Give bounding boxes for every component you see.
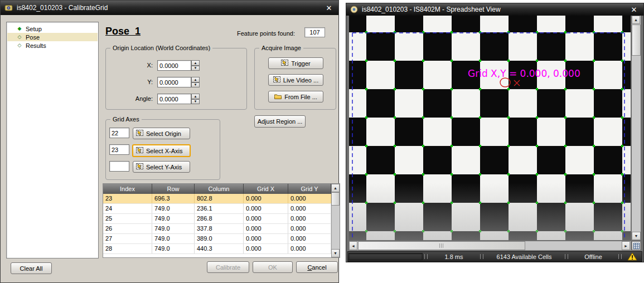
tree-item-results[interactable]: ◇ Results — [7, 41, 98, 50]
status-available-cells: 6143 Available Cells — [485, 252, 564, 261]
scroll-up-button[interactable]: ▲ — [331, 184, 340, 192]
spreadsheet-icon — [633, 243, 640, 249]
spreadsheet-toggle-button[interactable] — [632, 241, 641, 250]
button-label: Adjust Region ... — [258, 118, 303, 125]
up-arrow-icon: ▲ — [194, 95, 197, 98]
page-title: Pose 1 — [105, 26, 141, 37]
angle-input[interactable] — [157, 94, 191, 104]
button-label: Trigger — [291, 60, 310, 67]
origin-index-field[interactable] — [109, 128, 129, 138]
cell-grid-x: 0.000 — [244, 204, 288, 213]
down-arrow-icon: ▼ — [194, 66, 197, 70]
up-arrow-icon: ▲ — [194, 78, 197, 81]
scroll-down-button[interactable]: ▼ — [632, 232, 641, 240]
table-scrollbar[interactable]: ▲ ▼ — [331, 184, 340, 257]
table-row[interactable]: 27 749.0 389.0 0.000 0.000 — [103, 234, 340, 244]
cell-grid-x: 0.000 — [244, 244, 288, 253]
angle-spinner-down-button[interactable]: ▼ — [191, 99, 200, 105]
button-label: Live Video ... — [283, 77, 318, 84]
scroll-up-button[interactable]: ▲ — [632, 16, 640, 24]
x-spinner-down-button[interactable]: ▼ — [191, 66, 200, 71]
vertical-scrollbar[interactable]: ▲ ▼ — [632, 16, 641, 240]
ok-button: OK — [253, 261, 293, 273]
grid-axes-group: Grid Axes Select Origin Select X-Axis — [105, 119, 220, 180]
column-header-grid-x: Grid X — [244, 184, 288, 194]
select-origin-button[interactable]: Select Origin — [133, 128, 190, 139]
table-row[interactable]: 26 749.0 337.8 0.000 0.000 — [103, 224, 340, 234]
y-input[interactable] — [157, 77, 191, 87]
y-spinner-down-button[interactable]: ▼ — [191, 82, 200, 88]
cancel-button[interactable]: Cancel — [296, 261, 338, 273]
left-arrow-icon: ◄ — [351, 244, 355, 248]
button-label: Calibrate — [216, 264, 240, 271]
cell-grid-x: 0.000 — [244, 194, 288, 203]
close-button[interactable]: ✕ — [628, 6, 640, 14]
scrollbar-thumb[interactable] — [331, 192, 340, 206]
right-arrow-icon: ► — [624, 244, 628, 248]
trigger-button[interactable]: Trigger — [268, 57, 323, 69]
cell-index: 25 — [103, 214, 152, 223]
x-axis-index-field[interactable] — [109, 144, 129, 155]
cell-column: 389.0 — [195, 234, 244, 243]
pointer-grid-icon — [136, 130, 143, 137]
scroll-down-button[interactable]: ▼ — [331, 249, 340, 257]
tree-item-pose[interactable]: ◇ Pose — [7, 33, 98, 41]
up-arrow-icon: ▲ — [194, 61, 197, 65]
tree-item-setup[interactable]: ◆ Setup — [7, 25, 98, 33]
table-row[interactable]: 25 749.0 286.8 0.000 0.000 — [103, 214, 340, 224]
app-icon[interactable] — [350, 6, 358, 13]
cell-column: 440.3 — [195, 244, 244, 253]
cell-row: 749.0 — [152, 214, 195, 223]
desktop: is8402_010203 - CalibrateGrid ✕ ◆ Setup … — [0, 0, 644, 283]
image-display[interactable]: Grid X,Y = 0.000, 0.000 — [349, 16, 631, 240]
scrollbar-thumb[interactable] — [358, 241, 525, 250]
calibrate-grid-window: is8402_010203 - CalibrateGrid ✕ ◆ Setup … — [0, 0, 339, 283]
scroll-left-button[interactable]: ◄ — [349, 241, 357, 250]
camera-icon — [281, 60, 288, 67]
status-acquisition-time: 1.8 ms — [429, 252, 479, 261]
scrollbar-thumb[interactable] — [632, 25, 641, 56]
status-warning[interactable] — [623, 252, 642, 261]
feature-points-label: Feature points found: — [237, 30, 295, 37]
select-x-axis-button[interactable]: Select X-Axis — [132, 144, 191, 157]
select-y-axis-button[interactable]: Select Y-Axis — [133, 161, 190, 173]
acquire-image-group: Acquire Image Trigger Live Video ... Fro… — [254, 48, 336, 110]
adjust-region-button[interactable]: Adjust Region ... — [254, 115, 306, 128]
close-icon: ✕ — [631, 6, 637, 14]
x-spinner-up-button[interactable]: ▲ — [191, 60, 200, 66]
horizontal-scrollbar[interactable]: ◄ ► — [349, 241, 631, 250]
window-title: is8402_010203 - IS8402M - Spreadsheet Vi… — [362, 6, 624, 13]
feature-points-value: 107 — [304, 27, 325, 37]
cell-index: 26 — [103, 224, 152, 233]
column-header-index: Index — [103, 184, 152, 194]
x-input[interactable] — [157, 60, 191, 71]
button-label: OK — [268, 264, 277, 271]
spreadsheet-view-window: is8402_010203 - IS8402M - Spreadsheet Vi… — [346, 3, 644, 262]
cell-grid-x: 0.000 — [244, 234, 288, 243]
clear-all-button[interactable]: Clear All — [11, 262, 52, 274]
button-label: Clear All — [20, 265, 43, 272]
table-header: Index Row Column Grid X Grid Y — [103, 184, 340, 194]
y-spinner-up-button[interactable]: ▲ — [191, 77, 200, 82]
table-row[interactable]: 24 749.0 236.1 0.000 0.000 — [103, 204, 340, 214]
cell-row: 749.0 — [152, 234, 195, 243]
cell-index: 27 — [103, 234, 152, 243]
cell-grid-y: 0.000 — [288, 204, 331, 213]
table-row[interactable]: 28 749.0 440.3 0.000 0.000 — [103, 244, 340, 254]
from-file-button[interactable]: From File ... — [268, 91, 323, 103]
close-button[interactable]: ✕ — [323, 4, 335, 12]
diamond-icon: ◇ — [17, 35, 22, 40]
angle-spinner-up-button[interactable]: ▲ — [191, 94, 200, 99]
status-bar: 1.8 ms 6143 Available Cells Offline — [347, 251, 642, 262]
setup-tree: ◆ Setup ◇ Pose ◇ Results — [6, 22, 99, 258]
angle-label: Angle: — [110, 95, 153, 102]
scroll-right-button[interactable]: ► — [622, 241, 630, 250]
live-video-button[interactable]: Live Video ... — [268, 74, 323, 86]
app-icon[interactable] — [4, 4, 13, 12]
button-label: From File ... — [284, 94, 317, 100]
y-spinner: ▲ ▼ — [191, 77, 200, 87]
table-row[interactable]: 23 696.3 802.8 0.000 0.000 — [103, 194, 340, 204]
cell-row: 749.0 — [152, 224, 195, 233]
down-arrow-icon: ▼ — [194, 100, 197, 103]
y-axis-index-field[interactable] — [109, 161, 129, 172]
